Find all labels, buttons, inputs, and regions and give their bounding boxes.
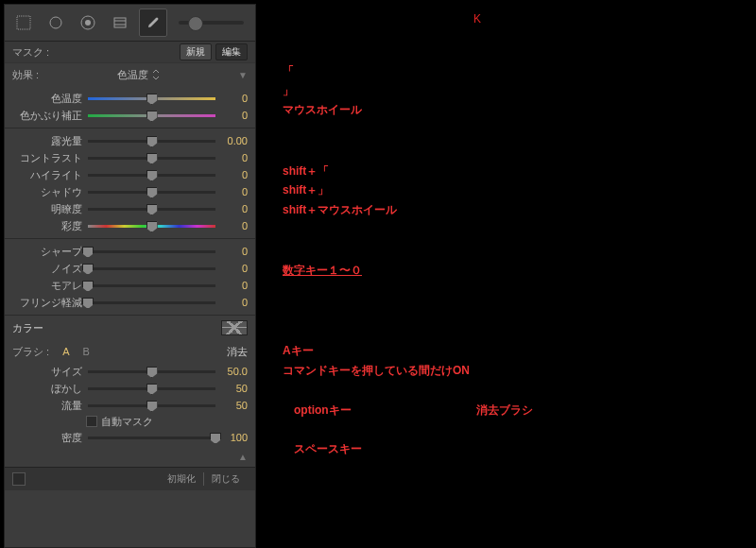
param-name: 流量 xyxy=(12,399,88,413)
param-value: 50.0 xyxy=(215,366,248,377)
mask-new-button[interactable]: 新規 xyxy=(180,43,212,60)
param-name: 色かぶり補正 xyxy=(12,109,88,123)
param-name: シャドウ xyxy=(12,185,88,199)
tool-strip xyxy=(5,5,255,42)
gradient-tool-icon[interactable] xyxy=(107,9,133,36)
param-value: 0 xyxy=(215,110,248,121)
param-slider[interactable] xyxy=(88,365,215,378)
brush-erase-button[interactable]: 消去 xyxy=(227,345,248,359)
redeye-tool-icon[interactable] xyxy=(75,9,101,36)
note-line: 補正ブラシツールのショートカットは「K」です。 xyxy=(269,11,756,27)
param-value: 0 xyxy=(215,93,248,104)
note-block: ブラシのぼかし範囲を変更するショートカットshift＋「：小さくshift＋」：… xyxy=(269,134,702,227)
spot-tool-icon[interactable] xyxy=(43,9,69,36)
note-key: shift＋」 xyxy=(283,183,329,197)
param-slider[interactable] xyxy=(88,296,215,309)
brush-tool-icon[interactable] xyxy=(139,9,167,37)
param-slider[interactable] xyxy=(88,279,215,292)
note-key: Aキー xyxy=(283,344,314,357)
param-name: 色温度 xyxy=(12,92,88,106)
close-link[interactable]: 閉じる xyxy=(212,472,248,486)
param-slider[interactable] xyxy=(88,399,215,412)
note-line: マウスホイール（正転＝大きく 逆転＝小さく） xyxy=(283,100,689,119)
adjustment-panel: マスク : 新規 編集 効果 : 色温度 ▼ 色温度 0 色かぶり補正 0 露光 xyxy=(4,4,256,548)
note-key: スペースキー xyxy=(294,442,362,455)
param-slider[interactable] xyxy=(88,168,215,181)
brush-b-button[interactable]: B xyxy=(82,346,89,357)
param-value: 0 xyxy=(215,220,248,231)
param-value: 50 xyxy=(215,383,248,394)
brush-a-button[interactable]: A xyxy=(62,346,69,357)
automask-label: 自動マスク xyxy=(101,415,153,429)
note-key: shift＋マウスホイール xyxy=(283,203,397,216)
note-key: optionキー xyxy=(294,403,352,417)
param-row: 色かぶり補正 0 xyxy=(5,107,255,124)
param-row: フリンジ軽減 0 xyxy=(5,294,255,311)
param-slider[interactable] xyxy=(88,134,215,147)
param-slider[interactable] xyxy=(88,431,215,444)
param-name: モアレ xyxy=(12,279,88,293)
param-row: ノイズ 0 xyxy=(5,260,255,277)
note-line: インクの流量を変更するショートカット xyxy=(283,242,689,261)
mask-edit-button[interactable]: 編集 xyxy=(215,43,248,60)
param-value: 0 xyxy=(215,297,248,308)
brush-header: ブラシ : A B 消去 xyxy=(5,340,255,363)
param-slider[interactable] xyxy=(88,185,215,198)
note-line: shift＋」：大きく xyxy=(283,180,689,199)
param-slider[interactable] xyxy=(88,262,215,275)
param-value: 0.00 xyxy=(215,135,248,146)
param-slider[interactable] xyxy=(88,109,215,122)
note-line: 数字キー１〜０（1＝10％…9＝90％、0=100％） xyxy=(283,261,689,280)
pin-toggle[interactable] xyxy=(12,472,26,486)
param-row: 明瞭度 0 xyxy=(5,200,255,217)
param-name: 明瞭度 xyxy=(12,202,88,216)
param-slider[interactable] xyxy=(88,202,215,215)
param-slider[interactable] xyxy=(88,245,215,258)
brush-label: ブラシ : xyxy=(12,345,49,359)
param-name: ハイライト xyxy=(12,168,88,182)
effect-mode-dropdown[interactable]: 色温度 xyxy=(117,68,160,82)
param-row: サイズ 50.0 xyxy=(5,363,255,380)
note-key: shift＋「 xyxy=(283,164,329,178)
automask-checkbox[interactable] xyxy=(86,416,97,427)
param-name: コントラスト xyxy=(12,151,88,165)
param-value: 0 xyxy=(215,203,248,214)
param-slider[interactable] xyxy=(88,219,215,232)
note-text: 補正ブラシツールのショートカットは「 xyxy=(269,12,473,26)
mask-label: マスク : xyxy=(12,45,49,60)
effect-label: 効果 : xyxy=(12,68,39,82)
note-line: shift＋「：小さく xyxy=(283,162,689,180)
param-name: 彩度 xyxy=(12,219,88,233)
note-block: 「optionキー」を押している間だけ「消去ブラシ」 xyxy=(269,395,702,425)
color-row: カラー xyxy=(5,316,255,340)
disclosure-icon[interactable]: ▲ xyxy=(238,452,248,462)
note-line: 「スペースキー」を押している間だけ手のひらに。 xyxy=(283,439,689,458)
svg-rect-4 xyxy=(114,18,126,27)
dropdown-icon xyxy=(152,70,160,79)
param-slider[interactable] xyxy=(88,92,215,105)
param-name: ぼかし xyxy=(12,382,88,396)
note-line: コマンドキーを押している間だけON xyxy=(283,361,689,380)
param-row: 密度 100 xyxy=(5,429,255,446)
param-row: コントラスト 0 xyxy=(5,149,255,166)
reset-link[interactable]: 初期化 xyxy=(167,472,204,486)
automask-row: 自動マスク xyxy=(5,414,255,429)
disclosure-icon[interactable]: ▼ xyxy=(238,70,248,80)
param-name: フリンジ軽減 xyxy=(12,296,88,310)
note-key: 消去ブラシ xyxy=(476,403,533,417)
param-row: シャープ 0 xyxy=(5,243,255,260)
note-line: ブラシのサイズを変更するショートカット xyxy=(283,43,689,61)
note-line: ※連続で数字を押すと100段階の指定が出来ます。 xyxy=(283,281,689,300)
svg-rect-0 xyxy=(17,16,30,29)
note-line: 「optionキー」を押している間だけ「消去ブラシ」 xyxy=(283,401,689,420)
param-name: 露光量 xyxy=(12,134,88,148)
crop-tool-icon[interactable] xyxy=(10,9,37,36)
tool-size-slider[interactable] xyxy=(179,21,244,25)
note-line: 」：大きく xyxy=(283,81,689,100)
param-slider[interactable] xyxy=(88,151,215,164)
param-slider[interactable] xyxy=(88,382,215,395)
param-row: 彩度 0 xyxy=(5,217,255,234)
note-key: 「 xyxy=(283,64,294,77)
color-swatch[interactable] xyxy=(221,320,248,335)
param-value: 0 xyxy=(215,246,248,257)
